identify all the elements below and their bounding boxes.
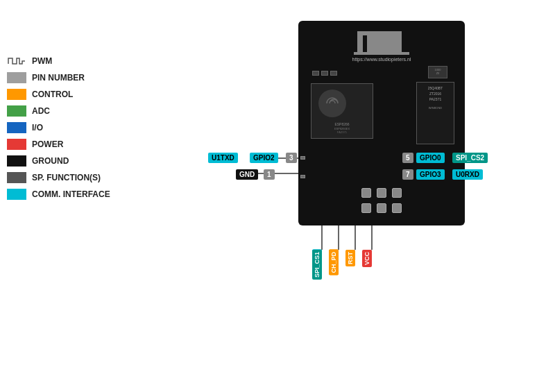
svg-rect-17 — [396, 31, 402, 53]
legend-item-sp-function: SP. FUNCTION(S) — [7, 172, 110, 183]
label-pin3: 3 — [286, 153, 297, 163]
legend-pin-number-label: PIN NUMBER — [32, 73, 85, 83]
ground-swatch — [7, 155, 26, 167]
legend-power-label: POWER — [32, 139, 63, 149]
legend-item-control: CONTROL — [7, 89, 110, 100]
module-area: https://www.studiopieters.nl 1000Z0 ESP8… — [298, 21, 465, 236]
label-gnd: GND — [236, 169, 258, 180]
svg-rect-16 — [386, 31, 396, 35]
label-gpio3: GPIO3 — [416, 169, 445, 180]
legend-item-power: POWER — [7, 139, 110, 150]
legend-sp-function-label: SP. FUNCTION(S) — [32, 173, 101, 182]
antenna — [354, 24, 409, 56]
sp-function-swatch — [7, 172, 26, 183]
comm-swatch — [7, 189, 26, 200]
power-swatch — [7, 139, 26, 150]
legend-pwm-label: PWM — [32, 56, 52, 66]
bottom-pads-row2 — [361, 203, 402, 213]
label-pin1: 1 — [264, 169, 275, 180]
bottom-pads-row1 — [361, 188, 402, 198]
label-vcc: VCC — [362, 250, 372, 267]
svg-rect-10 — [357, 31, 367, 35]
control-swatch — [7, 89, 26, 100]
legend-comm-label: COMM. INTERFACE — [32, 189, 110, 199]
winbond-chip: 25Q40BT ZT2016 PA2371 WINBOND — [416, 82, 454, 144]
label-pin5: 5 — [402, 153, 413, 163]
label-gpio0: GPIO0 — [416, 153, 445, 163]
module-board: https://www.studiopieters.nl 1000Z0 ESP8… — [298, 21, 465, 225]
io-swatch — [7, 122, 26, 133]
adc-swatch — [7, 105, 26, 117]
pin-number-swatch — [7, 72, 26, 83]
svg-rect-14 — [377, 31, 386, 35]
legend-item-io: I/O — [7, 122, 110, 133]
legend: PWM PIN NUMBER CONTROL ADC I/O POWER GRO… — [7, 56, 110, 200]
pwm-icon — [7, 56, 26, 67]
legend-io-label: I/O — [32, 123, 43, 133]
legend-control-label: CONTROL — [32, 90, 73, 99]
legend-ground-label: GROUND — [32, 156, 69, 166]
label-u1txd: U1TXD — [208, 153, 238, 163]
esp-chip: ESP8266 ESP8266EX FA2371 — [311, 83, 373, 139]
legend-item-pwm: PWM — [7, 56, 110, 67]
legend-adc-label: ADC — [32, 106, 50, 116]
legend-item-comm: COMM. INTERFACE — [7, 189, 110, 200]
label-rst: RST — [345, 250, 355, 266]
label-pin7: 7 — [402, 169, 413, 180]
label-spi-cs2: SPI_CS2 — [452, 153, 488, 163]
legend-item-ground: GROUND — [7, 155, 110, 167]
label-spl-cs1: SPI_CS1 — [312, 250, 322, 280]
legend-item-pin-number: PIN NUMBER — [7, 72, 110, 83]
label-ch-pd: CH_PD — [329, 250, 339, 275]
label-gpio2: GPIO2 — [250, 153, 278, 163]
board-url: https://www.studiopieters.nl — [352, 57, 411, 62]
legend-item-adc: ADC — [7, 105, 110, 117]
svg-rect-12 — [367, 31, 377, 35]
label-u0rxd: U0RXD — [452, 169, 483, 180]
